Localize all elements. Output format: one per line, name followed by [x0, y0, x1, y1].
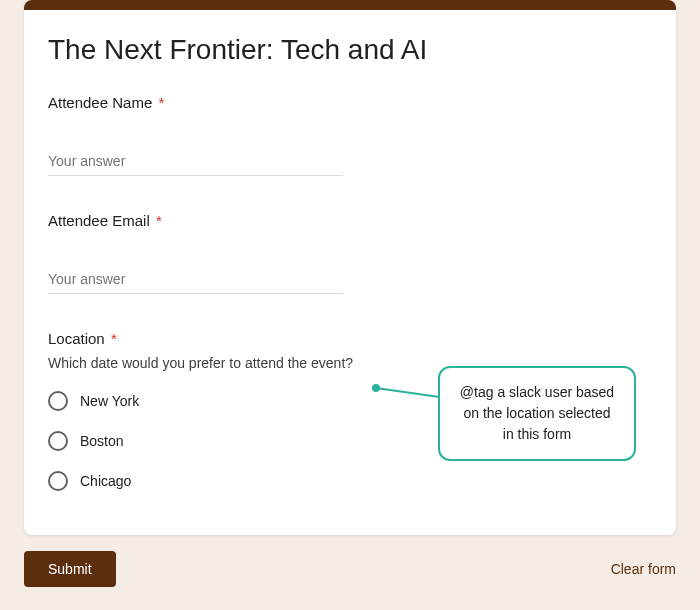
required-asterisk: * — [156, 212, 162, 229]
location-radio-group: New York Boston Chicago — [48, 391, 652, 491]
location-field: Location * Which date would you prefer t… — [48, 330, 652, 491]
radio-circle-icon — [48, 471, 68, 491]
form-card: The Next Frontier: Tech and AI Attendee … — [24, 0, 676, 535]
radio-option-chicago[interactable]: Chicago — [48, 471, 652, 491]
form-title: The Next Frontier: Tech and AI — [48, 34, 652, 66]
location-description: Which date would you prefer to attend th… — [48, 355, 652, 371]
form-accent-bar — [24, 0, 676, 10]
form-footer: Submit Clear form — [24, 551, 676, 587]
form-content: The Next Frontier: Tech and AI Attendee … — [24, 10, 676, 535]
required-asterisk: * — [111, 330, 117, 347]
label-text: Location — [48, 330, 105, 347]
radio-option-newyork[interactable]: New York — [48, 391, 652, 411]
radio-circle-icon — [48, 391, 68, 411]
attendee-name-field: Attendee Name * — [48, 94, 652, 176]
radio-label: Boston — [80, 433, 124, 449]
attendee-name-label: Attendee Name * — [48, 94, 652, 111]
label-text: Attendee Name — [48, 94, 152, 111]
attendee-name-input[interactable] — [48, 147, 343, 176]
attendee-email-label: Attendee Email * — [48, 212, 652, 229]
radio-label: New York — [80, 393, 139, 409]
radio-option-boston[interactable]: Boston — [48, 431, 652, 451]
attendee-email-field: Attendee Email * — [48, 212, 652, 294]
clear-form-link[interactable]: Clear form — [611, 561, 676, 577]
label-text: Attendee Email — [48, 212, 150, 229]
radio-label: Chicago — [80, 473, 131, 489]
required-asterisk: * — [158, 94, 164, 111]
submit-button[interactable]: Submit — [24, 551, 116, 587]
radio-circle-icon — [48, 431, 68, 451]
location-label: Location * — [48, 330, 652, 347]
attendee-email-input[interactable] — [48, 265, 343, 294]
